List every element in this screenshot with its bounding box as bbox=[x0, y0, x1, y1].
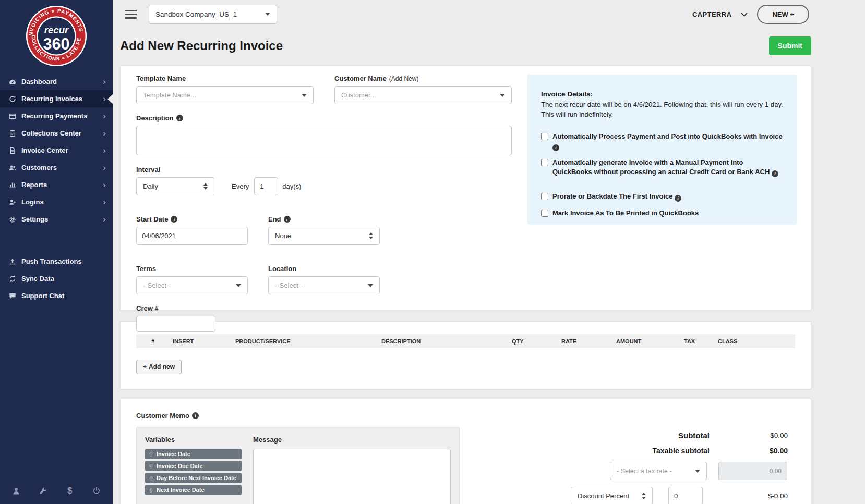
customer-placeholder: Customer... bbox=[341, 91, 376, 99]
caret-down-icon bbox=[236, 284, 241, 287]
message-textarea[interactable] bbox=[253, 449, 451, 504]
recurring-refresh-icon bbox=[8, 95, 17, 103]
memo-panel: Variables Invoice Date Invoice Due Date bbox=[136, 427, 460, 504]
variable-chip-invoice-date[interactable]: Invoice Date bbox=[145, 449, 242, 459]
terms-select[interactable]: --Select-- bbox=[136, 276, 248, 294]
message-column: Message bbox=[253, 436, 451, 504]
sidebar-item-logins[interactable]: Logins › bbox=[0, 193, 113, 211]
location-select[interactable]: --Select-- bbox=[268, 276, 380, 294]
customer-name-label: Customer Name bbox=[334, 75, 387, 82]
caret-down-icon bbox=[695, 470, 700, 473]
print-in-quickbooks-checkbox-row[interactable]: Mark Invoice As To Be Printed in QuickBo… bbox=[541, 208, 784, 218]
user-account-icon[interactable] bbox=[11, 486, 21, 496]
end-value: None bbox=[275, 232, 291, 240]
prorate-backdate-checkbox[interactable] bbox=[541, 193, 548, 200]
tax-rate-select[interactable]: - Select a tax rate - bbox=[610, 462, 707, 480]
tax-amount-input bbox=[718, 462, 787, 480]
sidebar-item-support-chat[interactable]: Support Chat bbox=[0, 287, 113, 304]
auto-process-payment-checkbox-row[interactable]: Automatically Process Payment and Post i… bbox=[541, 132, 784, 151]
sidebar-item-reports[interactable]: Reports › bbox=[0, 176, 113, 193]
customer-select[interactable]: Customer... bbox=[334, 86, 512, 104]
auto-generate-manual-payment-checkbox-row[interactable]: Automatically generate Invoice with a Ma… bbox=[541, 158, 784, 177]
start-date-input[interactable] bbox=[136, 227, 248, 245]
sidebar-item-customers[interactable]: Customers › bbox=[0, 159, 113, 176]
chevron-right-icon: › bbox=[103, 180, 106, 189]
document-list-icon bbox=[8, 129, 17, 138]
move-icon bbox=[149, 488, 153, 493]
sidebar-nav: Dashboard › Recurring Invoices › Recurri… bbox=[0, 73, 113, 228]
sidebar-item-settings[interactable]: Settings › bbox=[0, 211, 113, 228]
line-items-header-row: # INSERT PRODUCT/SERVICE DESCRIPTION QTY… bbox=[136, 334, 795, 348]
memo-row: Variables Invoice Date Invoice Due Date bbox=[136, 427, 795, 504]
variables-label: Variables bbox=[145, 436, 242, 444]
invoice-details-panel: Invoice Details: The next recur date wil… bbox=[527, 75, 797, 225]
move-icon bbox=[149, 464, 153, 469]
sidebar-item-sync-data[interactable]: Sync Data bbox=[0, 270, 113, 287]
tools-wrench-icon[interactable] bbox=[38, 486, 47, 496]
template-name-label: Template Name bbox=[136, 75, 186, 82]
sidebar-item-recurring-payments[interactable]: Recurring Payments › bbox=[0, 107, 113, 125]
crew-input[interactable] bbox=[136, 316, 215, 332]
variable-chip-next-invoice-date[interactable]: Next Invoice Date bbox=[145, 485, 242, 495]
template-name-placeholder: Template Name... bbox=[143, 91, 196, 99]
sidebar-item-recurring-invoices[interactable]: Recurring Invoices › bbox=[0, 90, 113, 107]
hamburger-menu-icon[interactable] bbox=[125, 10, 137, 19]
auto-generate-manual-payment-checkbox[interactable] bbox=[541, 159, 548, 166]
description-textarea[interactable] bbox=[136, 126, 512, 155]
move-icon bbox=[149, 476, 153, 481]
template-name-select[interactable]: Template Name... bbox=[136, 86, 314, 104]
main-area: Sandbox Company_US_1 CAPTERRA NEW + Add … bbox=[113, 0, 865, 504]
submit-button[interactable]: Submit bbox=[769, 36, 811, 55]
sidebar-item-label: Reports bbox=[21, 181, 103, 189]
print-in-quickbooks-checkbox[interactable] bbox=[541, 210, 548, 217]
info-icon[interactable] bbox=[192, 412, 199, 419]
new-button[interactable]: NEW + bbox=[757, 5, 809, 24]
variable-chip-day-before-next-invoice-date[interactable]: Day Before Next Invoice Date bbox=[145, 473, 242, 483]
sidebar-item-push-transactions[interactable]: Push Transactions bbox=[0, 253, 113, 270]
chevron-down-icon[interactable] bbox=[741, 10, 748, 17]
terms-value: --Select-- bbox=[143, 281, 171, 289]
interval-count-input[interactable] bbox=[254, 177, 278, 195]
message-label: Message bbox=[253, 436, 451, 444]
col-number: # bbox=[136, 338, 170, 345]
info-icon[interactable] bbox=[675, 195, 681, 202]
power-logout-icon[interactable] bbox=[92, 486, 101, 496]
sidebar-item-label: Support Chat bbox=[21, 292, 106, 300]
sidebar-secondary-nav: Push Transactions Sync Data Support Chat bbox=[0, 253, 113, 304]
capterra-link[interactable]: CAPTERRA bbox=[692, 10, 731, 18]
caret-down-icon bbox=[500, 94, 505, 97]
add-line-item-button[interactable]: Add new bbox=[136, 360, 182, 374]
sidebar-item-dashboard[interactable]: Dashboard › bbox=[0, 73, 113, 90]
sidebar-item-invoice-center[interactable]: Invoice Center › bbox=[0, 142, 113, 159]
info-icon[interactable] bbox=[171, 216, 177, 223]
company-selector-value: Sandbox Company_US_1 bbox=[155, 10, 237, 18]
every-label: Every bbox=[232, 182, 249, 190]
discount-value-input[interactable] bbox=[668, 487, 703, 504]
sidebar-item-collections-center[interactable]: Collections Center › bbox=[0, 125, 113, 142]
company-selector[interactable]: Sandbox Company_US_1 bbox=[149, 5, 277, 24]
svg-text:recur: recur bbox=[44, 24, 69, 35]
sidebar-item-label: Collections Center bbox=[21, 129, 103, 137]
col-description: DESCRIPTION bbox=[378, 338, 509, 345]
caret-down-icon bbox=[302, 94, 307, 97]
prorate-backdate-checkbox-row[interactable]: Prorate or Backdate The First Invoice bbox=[541, 192, 784, 202]
page-content: Add New Recurring Invoice Submit Templat… bbox=[113, 28, 865, 504]
upload-icon bbox=[8, 257, 17, 266]
subtotal-value: $0.00 bbox=[710, 432, 788, 439]
info-icon[interactable] bbox=[552, 144, 559, 151]
col-class: CLASS bbox=[715, 338, 795, 345]
sidebar-item-label: Invoice Center bbox=[21, 146, 103, 154]
info-icon[interactable] bbox=[176, 115, 183, 121]
discount-type-select[interactable]: Discount Percent bbox=[571, 487, 653, 504]
info-icon[interactable] bbox=[772, 170, 778, 177]
auto-process-payment-checkbox[interactable] bbox=[541, 133, 548, 140]
end-select[interactable]: None bbox=[268, 227, 380, 245]
add-new-customer-link[interactable]: (Add New) bbox=[389, 75, 419, 82]
end-label: End bbox=[268, 215, 281, 223]
col-tax: TAX bbox=[681, 338, 715, 345]
variable-chip-invoice-due-date[interactable]: Invoice Due Date bbox=[145, 461, 242, 471]
billing-dollar-icon[interactable]: $ bbox=[65, 486, 75, 496]
info-icon[interactable] bbox=[284, 216, 291, 223]
interval-select[interactable]: Daily bbox=[136, 177, 214, 195]
spinner-icon bbox=[369, 232, 373, 239]
